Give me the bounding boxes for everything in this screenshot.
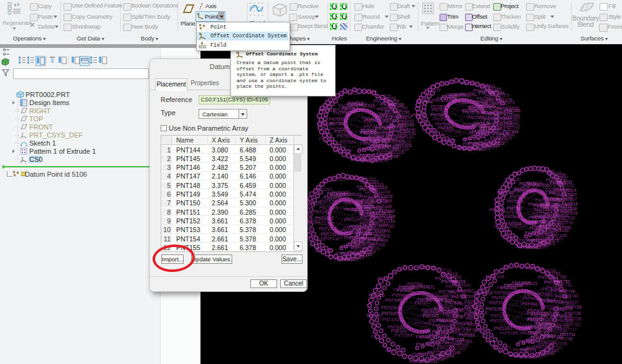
svg-text:PNT644: PNT644 (417, 100, 433, 104)
svg-text:PNT596: PNT596 (455, 100, 471, 105)
svg-text:PNT1055: PNT1055 (491, 314, 509, 318)
svg-text:PNT800: PNT800 (433, 340, 449, 345)
svg-text:PNT1307: PNT1307 (313, 210, 332, 214)
svg-text:PNT521: PNT521 (471, 129, 488, 134)
svg-text:PNT840: PNT840 (504, 215, 521, 219)
svg-text:PNT787: PNT787 (505, 177, 521, 182)
svg-text:PNT792: PNT792 (497, 190, 514, 195)
svg-text:PNT1299: PNT1299 (319, 199, 338, 203)
svg-text:PNT688: PNT688 (433, 117, 449, 121)
svg-text:PNT391: PNT391 (377, 107, 393, 111)
svg-text:PNT349: PNT349 (374, 99, 390, 103)
svg-text:PNT575: PNT575 (337, 134, 353, 138)
svg-text:PNT625: PNT625 (474, 121, 490, 126)
svg-text:PNT787: PNT787 (541, 340, 557, 344)
svg-text:PNT829: PNT829 (507, 199, 523, 203)
svg-text:PNT1320: PNT1320 (319, 226, 337, 231)
svg-text:PNT1304: PNT1304 (319, 205, 338, 210)
svg-text:PNT820: PNT820 (513, 189, 529, 194)
svg-text:PNT487: PNT487 (364, 124, 380, 129)
svg-text:PNT513: PNT513 (360, 90, 377, 94)
svg-text:PNT1008: PNT1008 (486, 274, 504, 279)
svg-text:PNT887: PNT887 (528, 330, 544, 335)
svg-text:PNT1323: PNT1323 (321, 232, 339, 236)
svg-text:PNT1147: PNT1147 (349, 235, 367, 240)
svg-text:PNT1196: PNT1196 (359, 213, 377, 217)
svg-text:PNT532: PNT532 (319, 137, 335, 141)
svg-text:PNT776: PNT776 (541, 205, 557, 210)
svg-text:PNT1001: PNT1001 (525, 266, 544, 271)
svg-text:PNT509: PNT509 (361, 129, 377, 133)
svg-text:PNT716: PNT716 (435, 268, 451, 273)
svg-text:PNT631: PNT631 (461, 82, 477, 86)
svg-text:PNT936: PNT936 (438, 309, 454, 314)
svg-text:PNT813: PNT813 (519, 182, 535, 186)
svg-text:PNT515: PNT515 (342, 91, 358, 95)
svg-text:PNT536: PNT536 (336, 149, 352, 153)
svg-text:PNT565: PNT565 (329, 121, 346, 126)
svg-text:PNT560: PNT560 (329, 117, 345, 121)
svg-text:PNT1313: PNT1313 (315, 216, 334, 220)
svg-text:PNT913: PNT913 (539, 298, 555, 302)
svg-text:PNT967: PNT967 (367, 314, 383, 318)
svg-text:PNT647: PNT647 (412, 113, 428, 118)
svg-text:PNT1265: PNT1265 (327, 177, 346, 182)
svg-text:PNT1097: PNT1097 (357, 185, 375, 189)
svg-text:PNT1039: PNT1039 (494, 291, 512, 295)
svg-text:PNT481: PNT481 (360, 136, 376, 141)
svg-text:PNT832: PNT832 (544, 280, 560, 284)
svg-text:PNT700: PNT700 (445, 129, 461, 134)
svg-text:PNT991: PNT991 (392, 293, 408, 297)
svg-text:PNT959: PNT959 (377, 276, 393, 281)
svg-text:PNT964: PNT964 (521, 302, 537, 306)
svg-text:PNT1004: PNT1004 (506, 264, 524, 269)
svg-text:PNT987: PNT987 (393, 287, 409, 292)
svg-text:PNT977: PNT977 (386, 348, 402, 353)
svg-text:PNT932: PNT932 (429, 319, 445, 323)
svg-text:PNT947: PNT947 (417, 297, 433, 302)
svg-text:PNT1017: PNT1017 (391, 329, 410, 333)
svg-text:PNT613: PNT613 (468, 115, 484, 119)
svg-text:PNT1019: PNT1019 (474, 329, 493, 333)
svg-text:PNT732: PNT732 (530, 220, 547, 224)
svg-text:PNT836: PNT836 (538, 275, 554, 279)
svg-text:PNT1007: PNT1007 (382, 317, 401, 322)
svg-text:PNT823: PNT823 (510, 195, 526, 199)
svg-text:PNT695: PNT695 (540, 190, 556, 195)
svg-text:PNT1241: PNT1241 (345, 217, 364, 222)
svg-text:PNT784: PNT784 (522, 167, 538, 172)
svg-text:PNT1069: PNT1069 (500, 331, 519, 335)
svg-text:PNT679: PNT679 (431, 108, 448, 112)
svg-text:PNT1023: PNT1023 (492, 345, 511, 350)
svg-text:PNT1013: PNT1013 (474, 291, 492, 295)
svg-text:PNT1249: PNT1249 (343, 226, 362, 230)
svg-text:PNT1059: PNT1059 (490, 319, 509, 323)
svg-text:PNT1020: PNT1020 (394, 333, 413, 337)
svg-text:PNT803: PNT803 (502, 236, 518, 240)
svg-text:PNT713: PNT713 (441, 272, 458, 276)
svg-text:PNT1016: PNT1016 (469, 310, 488, 315)
svg-text:PNT1047: PNT1047 (489, 301, 508, 305)
svg-text:PNT572: PNT572 (334, 129, 351, 134)
svg-text:PNT1053: PNT1053 (486, 307, 504, 311)
svg-text:PNT1280: PNT1280 (307, 237, 326, 241)
svg-text:PNT1261: PNT1261 (346, 176, 365, 180)
svg-text:PNT979: PNT979 (527, 309, 544, 313)
svg-text:PNT651: PNT651 (422, 128, 438, 133)
svg-text:PNT879: PNT879 (542, 287, 558, 291)
svg-text:PNT996: PNT996 (535, 321, 552, 325)
svg-text:PNT608: PNT608 (471, 100, 488, 104)
svg-text:PNT493: PNT493 (364, 119, 380, 123)
svg-text:PNT887: PNT887 (416, 335, 432, 339)
svg-text:PNT971: PNT971 (371, 334, 387, 338)
svg-text:PNT1327: PNT1327 (324, 236, 342, 241)
svg-text:PNT835: PNT835 (503, 210, 519, 215)
svg-text:PNT1267: PNT1267 (314, 187, 332, 192)
svg-text:PNT995: PNT995 (385, 298, 402, 302)
svg-text:PNT768: PNT768 (535, 198, 551, 202)
svg-text:PNT1043: PNT1043 (492, 296, 511, 300)
svg-text:PNT668: PNT668 (532, 224, 548, 228)
svg-text:PNT1005: PNT1005 (382, 311, 400, 315)
svg-text:PNT617: PNT617 (546, 178, 562, 182)
svg-text:PNT780: PNT780 (538, 169, 554, 174)
